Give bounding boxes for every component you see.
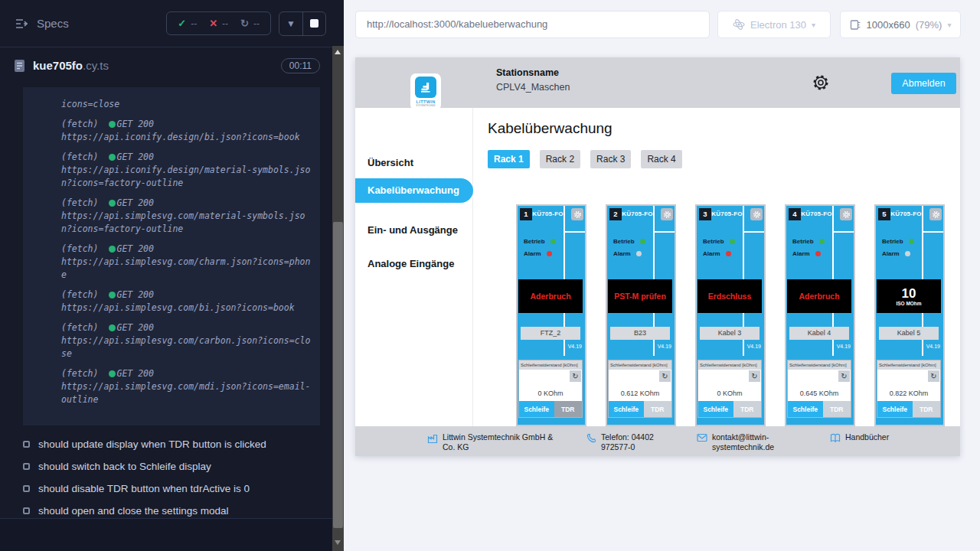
scroll-down-arrow-icon[interactable] (335, 540, 341, 545)
monitor-card-4: 4 KÜ705-FO Betrieb Alarm Aderbruch (785, 204, 855, 426)
alarm-row: Alarm (524, 250, 552, 257)
cable-name-field[interactable]: Kabel 4 (789, 327, 849, 340)
refresh-button[interactable]: ↻ (749, 370, 760, 382)
specs-sidebar-toggle-icon[interactable] (15, 18, 29, 29)
rack-tabs: Rack 1 Rack 2 Rack 3 Rack 4 (488, 150, 682, 168)
screen: Specs ✓ -- ✕ -- ↻ -- ▼ (0, 0, 980, 551)
betrieb-row: Betrieb (792, 238, 825, 245)
app-sidebar: Übersicht Kabelüberwachung Ein- und Ausg… (355, 108, 473, 426)
device-model: KÜ705-FO (890, 210, 922, 217)
log-entry[interactable]: (fetch)GET 200 https://api.simplesvg.com… (61, 289, 312, 315)
spec-basename: kue705fo (33, 59, 83, 72)
schleife-button[interactable]: Schleife (609, 401, 644, 417)
refresh-button[interactable]: ↻ (838, 370, 850, 382)
cable-name-field[interactable]: FTZ_2 (521, 327, 580, 340)
runner-scrollbar[interactable] (332, 0, 344, 551)
firmware-version: V4.19 (837, 344, 851, 349)
test-box-icon (23, 485, 30, 492)
log-entry[interactable]: (fetch)GET 200 https://api.simplesvg.com… (61, 243, 312, 282)
spec-row[interactable]: kue705fo.cy.ts 00:11 (0, 48, 332, 83)
loop-body: ↻ 0.612 KOhm (609, 370, 671, 401)
scrollbar-thumb[interactable] (333, 222, 343, 528)
stat-failed: ✕ -- (209, 18, 228, 29)
nav-ein-und-ausgaenge[interactable]: Ein- und Ausgänge (355, 218, 473, 243)
log-entry[interactable]: (fetch)GET 200 https://api.iconify.desig… (61, 118, 312, 144)
command-log[interactable]: icons=close (fetch)GET 200 https://api.i… (23, 87, 320, 425)
tdr-button[interactable]: TDR (644, 401, 671, 417)
logo-subtext: SYSTEMTECHNIK (410, 104, 441, 107)
loop-value: 0.612 KOhm (609, 390, 671, 397)
schleife-button[interactable]: Schleife (788, 401, 823, 417)
log-entry[interactable]: (fetch)GET 200 https://api.simplesvg.com… (61, 367, 312, 406)
stop-button[interactable] (302, 12, 325, 35)
loop-body: ↻ 0.822 KOhm (877, 370, 940, 401)
collapse-button[interactable]: ▼ (279, 12, 302, 35)
tab-rack-3[interactable]: Rack 3 (590, 150, 631, 168)
tab-rack-1[interactable]: Rack 1 (488, 150, 530, 168)
littwin-logo-icon (415, 77, 436, 98)
cable-name-field[interactable]: Kabel 3 (700, 327, 760, 340)
log-entry[interactable]: (fetch)GET 200 https://api.simplesvg.com… (61, 321, 312, 360)
footer-manuals[interactable]: Handbücher (830, 432, 889, 443)
loop-resistance-panel: Schleifenwiderstand [kOhm] ↻ 0 KOhm Schl… (697, 360, 762, 418)
test-title: should disable TDR button when tdrActive… (38, 483, 250, 494)
runner-header: Specs ✓ -- ✕ -- ↻ -- ▼ (0, 0, 332, 47)
card-settings-button[interactable] (840, 208, 852, 220)
betrieb-led (550, 239, 556, 244)
tdr-button[interactable]: TDR (733, 401, 761, 417)
spec-extension: .cy.ts (83, 59, 109, 72)
chevron-down-icon: ▼ (286, 18, 296, 29)
card-settings-button[interactable] (750, 208, 763, 220)
tab-rack-2[interactable]: Rack 2 (540, 150, 580, 168)
refresh-button[interactable]: ↻ (659, 370, 671, 382)
nav-kabelueberwachung[interactable]: Kabelüberwachung (355, 178, 473, 203)
scroll-up-arrow-icon[interactable] (335, 50, 341, 54)
card-number: 4 (789, 208, 801, 220)
card-settings-button[interactable] (929, 208, 942, 220)
tdr-button[interactable]: TDR (554, 401, 582, 417)
company-name: Littwin Systemtechnik GmbH & Co. KG (443, 432, 562, 452)
card-number: 2 (609, 208, 622, 220)
alarm-row: Alarm (792, 250, 821, 257)
loop-label: Schleifenwiderstand [kOhm] (788, 360, 851, 370)
test-case[interactable]: should disable TDR button when tdrActive… (0, 478, 332, 500)
tab-rack-4[interactable]: Rack 4 (641, 150, 681, 168)
runner-bottom-area (0, 519, 332, 551)
nav-uebersicht[interactable]: Übersicht (355, 151, 473, 175)
cypress-runner-panel: Specs ✓ -- ✕ -- ↻ -- ▼ (0, 0, 332, 551)
tdr-button[interactable]: TDR (913, 401, 940, 417)
test-case[interactable]: should switch back to Schleife display (0, 455, 332, 478)
settings-gear-icon[interactable] (812, 73, 830, 92)
viewport-select[interactable]: 1000x660 (79%) ▾ (840, 11, 961, 38)
email-address[interactable]: kontakt@littwin-systemtechnik.de (712, 432, 793, 452)
test-case[interactable]: should update display when TDR button is… (0, 433, 332, 455)
browser-select[interactable]: Electron 130 ▾ (717, 11, 831, 38)
schleife-button[interactable]: Schleife (877, 401, 913, 417)
refresh-button[interactable]: ↻ (570, 370, 581, 382)
email-icon (697, 433, 707, 442)
nav-analoge-eingaenge[interactable]: Analoge Eingänge (355, 252, 473, 276)
test-stats: ✓ -- ✕ -- ↻ -- (166, 11, 271, 35)
logout-button[interactable]: Abmelden (891, 73, 956, 94)
test-list: should update display when TDR button is… (0, 433, 332, 522)
alarm-led (905, 251, 910, 256)
alarm-led (547, 251, 552, 256)
schleife-button[interactable]: Schleife (519, 401, 554, 417)
betrieb-led (730, 239, 735, 244)
cable-name-field[interactable]: Kabel 5 (879, 327, 939, 340)
loop-label: Schleifenwiderstand [kOhm] (609, 360, 671, 370)
littwin-logo: LITTWIN SYSTEMTECHNIK (410, 73, 441, 110)
success-dot-icon (109, 292, 116, 298)
schleife-button[interactable]: Schleife (698, 401, 733, 417)
tdr-button[interactable]: TDR (823, 401, 851, 417)
url-bar[interactable]: http://localhost:3000/kabelueberwachung (355, 11, 710, 38)
alarm-row: Alarm (882, 250, 910, 257)
cable-name-field[interactable]: B23 (610, 327, 670, 340)
refresh-button[interactable]: ↻ (928, 370, 939, 382)
log-entry[interactable]: (fetch)GET 200 https://api.iconify.desig… (61, 151, 312, 190)
card-settings-button[interactable] (661, 208, 673, 220)
log-entry[interactable]: (fetch)GET 200 https://api.simplesvg.com… (61, 197, 312, 236)
card-settings-button[interactable] (571, 208, 583, 220)
specs-label[interactable]: Specs (37, 17, 69, 30)
betrieb-row: Betrieb (524, 238, 556, 245)
